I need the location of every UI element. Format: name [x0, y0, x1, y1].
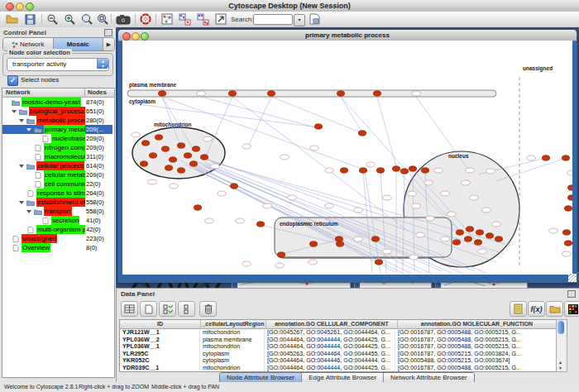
network-node[interactable]: [452, 240, 460, 245]
network-node[interactable]: [194, 205, 201, 210]
table-cell[interactable]: YPL036W__2: [120, 337, 200, 344]
network-node[interactable]: [434, 168, 443, 173]
network-node[interactable]: [476, 230, 483, 235]
zoom-selected-button[interactable]: [79, 12, 93, 26]
network-node[interactable]: [325, 168, 334, 173]
network-node[interactable]: [358, 131, 366, 136]
network-node[interactable]: [309, 260, 318, 265]
attribute-table-header[interactable]: ID _cellularLayoutRegion annotation.GO C…: [120, 320, 557, 329]
table-cell[interactable]: [GO:0044464, GO:0044444, GO:0044425, G..…: [265, 365, 395, 372]
scrollbar-thumb[interactable]: [557, 321, 564, 334]
select-attributes-button[interactable]: [159, 301, 176, 317]
network-canvas[interactable]: plasma membranecytoplasmmitochondrionnuc…: [122, 41, 572, 275]
network-edge[interactable]: [377, 97, 397, 170]
zoom-fit-button[interactable]: [95, 12, 109, 26]
new-attribute-button[interactable]: [140, 301, 157, 317]
network-node[interactable]: [383, 195, 392, 200]
network-node[interactable]: [567, 195, 572, 200]
table-row[interactable]: YJR121W__1mitochondrion[GO:0045267, GO:0…: [120, 329, 557, 337]
network-node[interactable]: [200, 155, 208, 160]
scroll-up-icon[interactable]: ▲: [558, 361, 562, 365]
network-node[interactable]: [337, 91, 344, 96]
network-node[interactable]: [256, 222, 264, 227]
layout-region-button[interactable]: [177, 12, 191, 26]
table-cell[interactable]: [GO:0016787, GO:0005488, GO:0005215, G..…: [395, 365, 557, 372]
tree-row[interactable]: transport558(0): [2, 207, 112, 216]
network-node[interactable]: [280, 155, 290, 160]
network-node[interactable]: [441, 237, 450, 241]
network-node[interactable]: [409, 166, 416, 171]
tree-row[interactable]: biological_process651(0): [2, 107, 112, 116]
col-region[interactable]: _cellularLayoutRegion: [201, 320, 266, 328]
col-id[interactable]: ID: [120, 320, 201, 328]
data-panel-float-icon[interactable]: [567, 290, 576, 298]
network-node[interactable]: [562, 155, 569, 160]
network-node[interactable]: [492, 222, 501, 227]
tree-expand-icon[interactable]: [12, 110, 17, 113]
table-cell[interactable]: [GO:0044464, GO:0044446, GO:0044444, G..…: [265, 357, 395, 365]
network-edge[interactable]: [201, 97, 318, 128]
tree-row[interactable]: primary metabo209(...: [2, 125, 112, 134]
col-cellular-component[interactable]: annotation.GO CELLULAR_COMPONENT: [266, 320, 398, 328]
network-node[interactable]: [366, 162, 376, 167]
function-builder-button[interactable]: f(x): [528, 301, 545, 317]
delete-attribute-button[interactable]: [199, 301, 217, 317]
network-node[interactable]: [354, 237, 363, 241]
network-node[interactable]: [354, 208, 363, 213]
network-node[interactable]: [564, 241, 572, 246]
network-node[interactable]: [189, 161, 197, 166]
network-node[interactable]: [486, 169, 495, 174]
network-node[interactable]: [424, 180, 433, 185]
tree-row[interactable]: macromolecule311(0): [2, 152, 112, 161]
table-cell[interactable]: YDR039C__1: [120, 365, 200, 372]
tree-row[interactable]: establishment of lo558(0): [2, 198, 112, 207]
network-node[interactable]: [466, 227, 473, 232]
tree-row[interactable]: cellular process614(0): [2, 161, 112, 170]
network-node[interactable]: [441, 191, 450, 196]
save-session-button[interactable]: [23, 12, 37, 26]
network-node[interactable]: [464, 237, 471, 241]
tree-row[interactable]: Overview8(0): [2, 243, 112, 252]
table-row[interactable]: YPL036W__2plasma membrane[GO:0044464, GO…: [120, 337, 557, 344]
network-node[interactable]: [203, 136, 213, 141]
network-node[interactable]: [132, 132, 141, 137]
network-node[interactable]: [567, 170, 573, 175]
table-cell[interactable]: [GO:0016787, GO:0005215, GO:0003824, G..…: [395, 351, 557, 358]
network-node[interactable]: [474, 240, 481, 245]
network-node[interactable]: [549, 228, 558, 233]
table-cell[interactable]: [GO:0016787, GO:0005488, GO:0005215, G..…: [395, 329, 557, 337]
matrix-view-button[interactable]: [564, 301, 579, 317]
help-button[interactable]: [138, 12, 152, 26]
network-window-titlebar[interactable]: primary metabolic process: [118, 30, 577, 41]
network-edge[interactable]: [341, 97, 363, 134]
resize-grip-icon[interactable]: [568, 274, 577, 282]
network-node[interactable]: [140, 161, 147, 166]
network-node[interactable]: [562, 251, 572, 256]
vizmapper-button[interactable]: [160, 12, 174, 26]
table-cell[interactable]: YKR052C: [120, 357, 200, 365]
table-cell[interactable]: [GO:0016787, GO:0005488, GO:0005215, G..…: [395, 343, 557, 351]
table-scrollbar[interactable]: ▲ ▼: [556, 319, 567, 372]
network-node[interactable]: [340, 168, 347, 173]
network-node[interactable]: [564, 206, 572, 211]
table-cell[interactable]: mitochondrion: [200, 365, 265, 372]
network-node[interactable]: [470, 195, 479, 200]
node-color-select[interactable]: transporter activity ▲▼: [7, 58, 109, 71]
search-input[interactable]: [253, 14, 293, 25]
network-node[interactable]: [228, 91, 236, 96]
network-node[interactable]: [277, 252, 285, 257]
table-cell[interactable]: [GO:0044464, GO:0044444, GO:0044425, G..…: [265, 343, 395, 351]
table-cell[interactable]: YPL036W__1: [120, 343, 200, 351]
import-attributes-button[interactable]: [546, 301, 563, 317]
table-cell[interactable]: mitochondrion: [200, 343, 265, 351]
network-node[interactable]: [416, 232, 425, 237]
network-node[interactable]: [155, 135, 162, 140]
tree-expand-icon[interactable]: [19, 201, 24, 204]
table-cell[interactable]: cytoplasm: [200, 357, 265, 365]
network-node[interactable]: [236, 218, 245, 223]
annotation-button[interactable]: [213, 12, 227, 26]
network-node[interactable]: [309, 241, 317, 246]
tree-row[interactable]: multi-organism pro42(0): [2, 225, 112, 234]
tree-row[interactable]: metabolic process280(0): [2, 116, 112, 125]
snapshot-button[interactable]: [115, 12, 132, 26]
